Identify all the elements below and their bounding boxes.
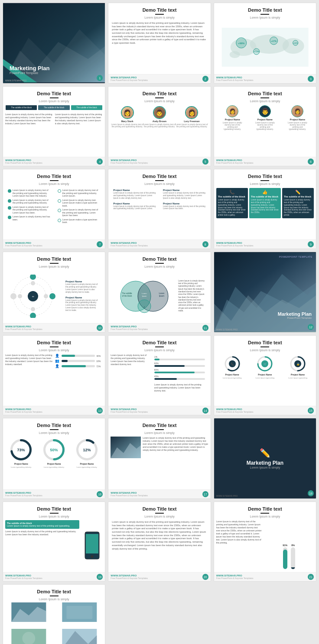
slide-7-title: Demo Title text (7, 174, 101, 179)
person-2: 👨 Andy Brown Lorem Ipsum is simply dummy… (143, 106, 176, 128)
photo-3 (4, 629, 54, 644)
slide-17-title: Demo Title text (112, 423, 207, 428)
divider (155, 513, 164, 514)
svg-text:50%: 50% (50, 448, 58, 452)
slide-1-number: 1 (99, 77, 101, 80)
svg-text:of the block: of the block (122, 295, 133, 297)
svg-text:+47%: +47% (271, 40, 277, 42)
slide-9-header: Demo Title text Lorem Ipsum is simply (214, 169, 316, 186)
slide-21-thermos: 91% 8% (264, 520, 314, 571)
slide-12-number: 12 (308, 324, 314, 330)
footer-tagline: Free PowerPoint & Keynote Templates (5, 244, 42, 247)
slide-13-text: Lorem Ipsum is simply dummy text of the … (5, 354, 53, 405)
slide-2-body: Lorem ipsum is simply dummy text of the … (112, 22, 207, 45)
mountain-subtitle: PowerPoint Template (278, 317, 312, 319)
avatar-2: 👨 (153, 106, 166, 119)
slide-7: Demo Title text Lorem Ipsum is simply Lo… (3, 169, 105, 249)
progress-3: 80% (154, 369, 205, 373)
photo-svg-3 (4, 629, 54, 644)
project-3: Project Name Lorem Ipsum is simply dummy… (160, 188, 208, 201)
slide-14-header: Demo Title text Lorem Ipsum is simply (108, 336, 210, 353)
svg-text:✏: ✏ (32, 295, 34, 298)
slide-20-number: 20 (202, 574, 208, 580)
slide-21-title: Demo Title text (218, 506, 312, 511)
slide-5-title: Demo Title text (112, 91, 207, 96)
avatar-face-2: 👨 (154, 107, 165, 118)
dot-4 (8, 216, 11, 219)
circle-svg-2: 🛒 (256, 355, 273, 372)
slide-4-number: 4 (97, 159, 103, 165)
slide-9-subtitle: Lorem Ipsum is simply (218, 182, 312, 185)
slide-15-footer: WWW.SITEMAR.PRO Free PowerPoint & Keynot… (214, 406, 316, 415)
slide-21-footer: WWW.SITEMAR.PRO Free PowerPoint & Keynot… (214, 572, 316, 581)
list-item-2: Lorem Ipsum is simply dummy text of the … (8, 199, 51, 204)
slide-10-title: Demo Title text (7, 256, 101, 262)
slide-6-footer: WWW.SITEMAR.PRO Free PowerPoint & Keynot… (214, 157, 316, 166)
thermo-1: 91% (283, 544, 287, 569)
slide-15-header: Demo Title text Lorem Ipsum is simply (214, 336, 316, 353)
slide-17-number: 17 (202, 491, 208, 497)
progress-fill-1 (154, 359, 160, 360)
progress-area: 1% 60% 80% (151, 354, 208, 383)
big-circle-3-label: Project Name (80, 463, 94, 465)
list-item-8: Lorem Ipsum make a type specimen book. (58, 218, 101, 224)
circle-label-3: Project Name (291, 373, 305, 376)
slide-16-number: 16 (97, 491, 103, 497)
slide-17-content: Lorem Ipsum is simply dummy text of the … (108, 435, 210, 489)
thermo-fill-1 (283, 550, 287, 570)
venn-area: The subtitle of the block Lorem Ipsum Lo… (108, 269, 210, 323)
footer-tagline: Free PowerPoint & Keynote Templates (111, 244, 148, 247)
tab-3: The subtitle of the block (71, 105, 102, 110)
progress-label-4: 45% (154, 375, 205, 378)
svg-point-24 (30, 313, 36, 318)
progress-label-3: 80% (154, 369, 205, 371)
slide-19-content: The subtitle of the block Lorem Ipsum is… (3, 519, 105, 572)
slide-6-subtitle: Lorem Ipsum is simply (218, 100, 312, 103)
svg-text:+13%: +13% (293, 42, 298, 44)
footer-tagline: Free PowerPoint & Keynote Templates (216, 411, 254, 413)
svg-rect-68 (86, 534, 98, 553)
footer-tagline: Free PowerPoint & Keynote Templates (111, 411, 148, 413)
thermo-2: 8% (291, 544, 295, 569)
list-text-8: Lorem Ipsum make a type specimen book. (62, 218, 101, 224)
big-circle-2: 50% Project Name Lorem typesetting indus… (42, 438, 66, 468)
card-1-title: The subtitle of the block (218, 195, 246, 198)
slide-5-header: Demo Title text Lorem Ipsum is simply (108, 87, 210, 104)
slide-11-header: Demo Title text Lorem Ipsum is simply (108, 252, 210, 269)
slide-8-title: Demo Title text (112, 174, 207, 179)
divider (50, 429, 59, 430)
list-item-1: Lorem Ipsum is simply dummy text of the … (8, 189, 51, 197)
slide-10-subtitle: Lorem Ipsum is simply (7, 265, 101, 268)
list-text-2: Lorem Ipsum is simply dummy text of the … (13, 199, 51, 204)
card-2-title: The subtitle of the block (251, 195, 279, 198)
slide-5-footer: WWW.SITEMAR.PRO Free PowerPoint & Keynot… (108, 157, 210, 166)
slide-17-text: Lorem Ipsum is simply dummy text of the … (143, 437, 208, 488)
person-icon-3: 👩 Project Name Lorem Ipsum is simply dum… (288, 105, 307, 130)
person-3-name: Lory Freeman (184, 120, 199, 123)
footer-tagline: Free PowerPoint & Keynote Templates (111, 494, 148, 497)
cover-site-url: WWW.SITEMAR.PRO (5, 79, 27, 82)
card-3: ✏️ The subtitle of the block Lorem Ipsum… (282, 188, 314, 218)
slide-16: Demo Title text Lorem Ipsum is simply 73… (3, 418, 105, 499)
phone-svg (85, 531, 100, 560)
slide-17: Demo Title text Lorem Ipsum is simply L (108, 418, 211, 499)
footer-tagline: Free PowerPoint & Keynote Templates (111, 79, 148, 81)
slide-13-bars: 👤 40% 👥 18% 👤 (55, 354, 103, 405)
circle-sublabel-3: Lorem Ipsum typesetting (288, 377, 307, 379)
progress-4: 45% (154, 375, 205, 380)
big-circle-2-sub: Lorem typesetting industry. (44, 466, 65, 468)
slide-4-footer: WWW.SITEMAR.PRO Free PowerPoint & Keynot… (3, 157, 105, 166)
col-left-projects: Project Name Lorem Ipsum is simply dummy… (111, 188, 159, 238)
slide-8-subtitle: Lorem Ipsum is simply (112, 182, 207, 185)
divider (260, 180, 269, 181)
card-2-icon: 👍 (251, 190, 279, 194)
bar-fill-2 (62, 360, 68, 362)
bar-row-1: 👤 40% (55, 354, 103, 358)
svg-point-28 (31, 307, 35, 311)
bar-fill-1 (62, 355, 75, 357)
mountain-footer: WWW.SITEMAR.PRO (216, 328, 238, 331)
list-item-5: Lorem Ipsum is simply dummy text of the … (58, 189, 101, 197)
slide-2-header: Demo Title text Lorem Ipsum is simply (108, 3, 210, 20)
divider (260, 346, 269, 347)
slide-3-content: +96% +47% +71% +13% (214, 20, 316, 74)
